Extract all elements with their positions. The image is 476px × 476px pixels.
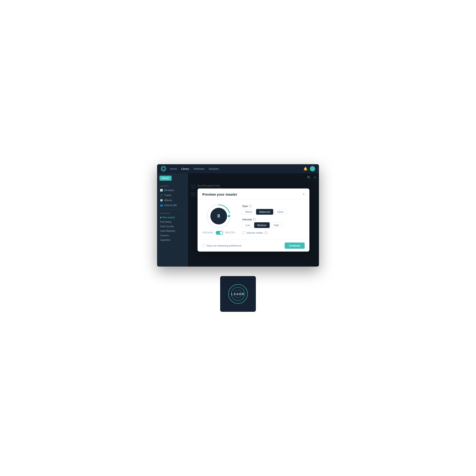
- style-warm-button[interactable]: Warm: [242, 209, 255, 215]
- sidebar-project-cash-machine-label: Cash Machine: [160, 230, 175, 232]
- sidebar-item-all-tracks-label: All tracks: [164, 189, 174, 192]
- save-pref-label: Save as mastering preference: [206, 244, 241, 247]
- modal-close-button[interactable]: ×: [303, 192, 305, 196]
- sidebar-project-cupertino-label: Cupertino: [160, 239, 170, 241]
- svg-text:LANDR: LANDR: [231, 292, 245, 296]
- player-progress-dot: [228, 215, 230, 217]
- volume-match-row: Volume match i: [242, 231, 305, 234]
- style-label-row: Style i: [242, 205, 305, 207]
- style-btn-group: Warm Balanced Open: [242, 209, 305, 215]
- sidebar-library-label: Library: [157, 184, 188, 188]
- style-control-group: Style i Warm Balanced Open: [242, 205, 305, 215]
- top-nav: Home Library Releases Samples 🔔: [157, 164, 319, 173]
- volume-match-checkbox[interactable]: [242, 231, 245, 234]
- style-label: Style: [242, 205, 248, 207]
- sidebar-project-new[interactable]: New project: [157, 215, 188, 220]
- sidebar-project-caverns-label: Caverns: [160, 234, 169, 237]
- style-balanced-button[interactable]: Balanced: [256, 209, 273, 215]
- intensity-btn-group: Low Medium High: [242, 222, 305, 228]
- pause-icon: ⏸: [216, 213, 221, 219]
- sidebar-project-caverns[interactable]: Caverns: [157, 233, 188, 238]
- app-window: Home Library Releases Samples 🔔 Master L…: [157, 164, 319, 267]
- style-info-icon[interactable]: i: [249, 205, 252, 207]
- scene: Home Library Releases Samples 🔔 Master L…: [155, 164, 321, 312]
- modal-overlay: Preview your master ×: [188, 173, 319, 267]
- continue-button[interactable]: Continue: [285, 242, 305, 249]
- app-body: Master Library 📊 All tracks 🎵 Tracks 💿 A…: [157, 173, 319, 267]
- master-label: MASTER: [225, 231, 235, 234]
- sidebar-project-pink-noise[interactable]: Pink Noise: [157, 220, 188, 224]
- intensity-control-group: Intensity i Low Medium High: [242, 218, 305, 228]
- bell-icon[interactable]: 🔔: [304, 167, 307, 171]
- tracks-icon: 🎵: [160, 194, 163, 197]
- original-label: ORIGINAL: [202, 231, 214, 234]
- sidebar-item-shared-with[interactable]: 👥 Shared with: [157, 203, 188, 208]
- sidebar: Master Library 📊 All tracks 🎵 Tracks 💿 A…: [157, 173, 188, 267]
- master-button[interactable]: Master: [159, 176, 171, 181]
- all-tracks-icon: 📊: [160, 189, 163, 192]
- sidebar-project-cupertino[interactable]: Cupertino: [157, 238, 188, 242]
- preview-modal: Preview your master ×: [198, 188, 309, 252]
- modal-header: Preview your master ×: [198, 188, 309, 200]
- intensity-low-button[interactable]: Low: [242, 222, 253, 228]
- save-pref-checkbox[interactable]: [202, 244, 205, 247]
- new-project-dot: [160, 217, 161, 218]
- nav-items: Home Library Releases Samples: [170, 167, 300, 170]
- nav-item-releases[interactable]: Releases: [193, 167, 204, 170]
- sidebar-project-club-country[interactable]: Club Country: [157, 224, 188, 229]
- sidebar-item-tracks[interactable]: 🎵 Tracks: [157, 193, 188, 198]
- player-circle: ⏸: [207, 204, 231, 228]
- modal-footer: Save as mastering preference Continue: [198, 239, 309, 252]
- sidebar-item-albums-label: Albums: [164, 199, 172, 202]
- toggle-knob: [220, 231, 223, 234]
- nav-item-samples[interactable]: Samples: [209, 167, 219, 170]
- intensity-label: Intensity: [242, 218, 252, 221]
- nav-item-library[interactable]: Library: [181, 167, 189, 170]
- player-section: ⏸ ORIGINAL MASTER: [202, 204, 235, 235]
- modal-title: Preview your master: [202, 192, 237, 196]
- sidebar-project-pink-noise-label: Pink Noise: [160, 221, 171, 223]
- sidebar-project-cash-machine[interactable]: Cash Machine: [157, 229, 188, 233]
- main-content: 🔍 ⚙ ♪ Beat Recognize Real December 9, 20…: [188, 173, 319, 267]
- sidebar-item-albums[interactable]: 💿 Albums: [157, 198, 188, 203]
- nav-logo: [161, 166, 166, 171]
- sidebar-divider: [157, 209, 188, 209]
- landr-logo-wrap: LANDR: [220, 276, 256, 312]
- volume-match-info-icon[interactable]: i: [264, 231, 267, 234]
- landr-logo-svg: LANDR: [225, 281, 251, 307]
- nav-item-home[interactable]: Home: [170, 167, 177, 170]
- intensity-info-icon[interactable]: i: [253, 218, 255, 221]
- shared-icon: 👥: [160, 204, 163, 206]
- intensity-label-row: Intensity i: [242, 218, 305, 221]
- sidebar-project-club-country-label: Club Country: [160, 225, 174, 228]
- sidebar-item-all-tracks[interactable]: 📊 All tracks: [157, 188, 188, 193]
- modal-body: ⏸ ORIGINAL MASTER: [198, 200, 309, 239]
- player-toggle: ORIGINAL MASTER: [202, 231, 235, 235]
- play-pause-button[interactable]: ⏸: [210, 208, 227, 224]
- original-master-toggle[interactable]: [216, 231, 223, 235]
- sidebar-projects-label: Projects: [157, 211, 188, 215]
- albums-icon: 💿: [160, 199, 163, 202]
- nav-right: 🔔: [304, 166, 315, 171]
- intensity-high-button[interactable]: High: [271, 222, 282, 228]
- save-pref-row: Save as mastering preference: [202, 244, 241, 247]
- style-open-button[interactable]: Open: [274, 209, 287, 215]
- volume-match-label: Volume match: [246, 231, 263, 234]
- controls-section: Style i Warm Balanced Open: [242, 205, 305, 234]
- intensity-medium-button[interactable]: Medium: [254, 222, 270, 228]
- sidebar-project-new-label: New project: [162, 216, 175, 219]
- sidebar-item-shared-label: Shared with: [164, 204, 177, 206]
- sidebar-item-tracks-label: Tracks: [164, 194, 171, 197]
- user-avatar[interactable]: [310, 166, 315, 171]
